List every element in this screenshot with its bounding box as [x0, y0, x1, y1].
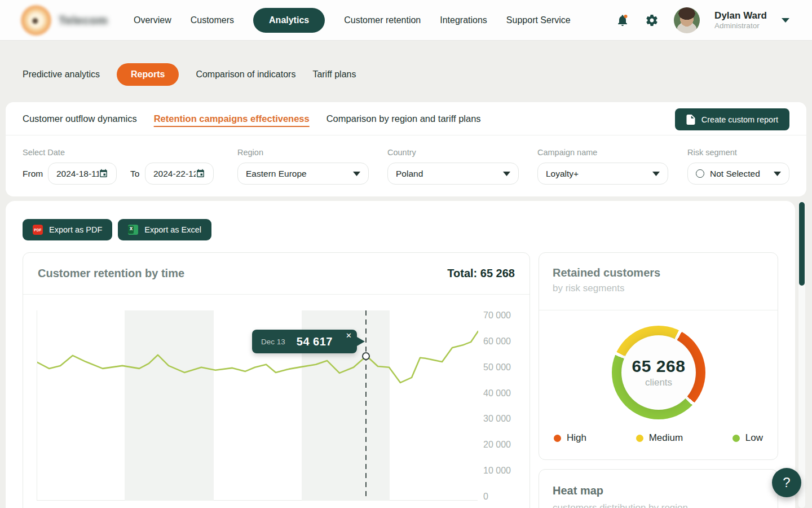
legend-label-high: High: [567, 432, 586, 444]
nav-item-customer-retention[interactable]: Customer retention: [344, 15, 421, 25]
report-tab-comparison-by-region[interactable]: Comparison by region and tariff plans: [326, 113, 481, 124]
tooltip-date: Dec 13: [261, 338, 285, 346]
y-tick-label: 40 000: [483, 388, 511, 398]
report-filter-card: Customer outflow dynamics Retention camp…: [6, 102, 806, 196]
export-excel-button[interactable]: Export as Excel: [118, 219, 211, 240]
dashboard-page: Telecom Overview Customers Analytics Cus…: [0, 0, 812, 508]
user-block: Dylan Ward Administrator: [714, 10, 767, 31]
calendar-icon: [196, 169, 205, 178]
region-select[interactable]: Eastern Europe: [237, 163, 369, 185]
y-tick-label: 20 000: [483, 440, 511, 450]
user-menu-chevron-down-icon[interactable]: [782, 18, 789, 23]
radio-circle-icon: [696, 169, 704, 178]
to-label: To: [130, 163, 139, 185]
select-date-label: Select Date: [23, 148, 65, 157]
nav-item-overview[interactable]: Overview: [134, 15, 171, 25]
legend-dot: [732, 435, 740, 442]
donut-center: 65 268 clients: [621, 335, 696, 410]
y-tick-label: 10 000: [483, 466, 511, 476]
risk-segment-select[interactable]: Not Selected: [687, 163, 789, 185]
date-to-input[interactable]: 2024-22-12: [145, 163, 214, 185]
help-button[interactable]: ?: [772, 468, 801, 497]
user-role: Administrator: [714, 21, 767, 31]
main-nav: Overview Customers Analytics Customer re…: [134, 0, 571, 41]
legend-item-medium: Medium: [636, 432, 683, 444]
heat-map-title: Heat map: [553, 484, 603, 497]
y-tick-label: 60 000: [483, 336, 511, 347]
legend-dot: [636, 435, 643, 442]
risk-legend: High Medium Low: [539, 432, 778, 444]
chart-marker[interactable]: [362, 352, 370, 360]
chart-cursor-line: [365, 310, 367, 500]
y-tick-label: 50 000: [483, 362, 511, 373]
report-tab-retention-campaigns-effectiveness[interactable]: Retention campaigns effectiveness: [154, 113, 310, 124]
export-row: PDF Export as PDF Export as Excel: [23, 219, 211, 240]
retained-customers-card: Retained customers by risk segments 65 2…: [539, 252, 778, 460]
chevron-down-icon: [503, 172, 510, 176]
nav-item-customers[interactable]: Customers: [191, 15, 234, 25]
nav-item-integrations[interactable]: Integrations: [440, 15, 487, 25]
heat-map-card: Heat map customers distribution by regio…: [539, 469, 778, 508]
legend-label-low: Low: [745, 432, 763, 444]
date-from-input[interactable]: 2024-18-11: [48, 163, 117, 185]
campaign-name-label: Campaign name: [537, 148, 597, 157]
tooltip-value: 54 617: [297, 335, 333, 348]
create-custom-report-button[interactable]: Create custom report: [675, 108, 789, 130]
create-custom-report-label: Create custom report: [701, 115, 778, 124]
legend-label-medium: Medium: [649, 432, 683, 444]
report-tab-customer-outflow-dynamics[interactable]: Customer outflow dynamics: [23, 113, 137, 124]
campaign-name-value: Loyalty+: [546, 169, 647, 179]
retained-title: Retained customers: [553, 266, 660, 279]
excel-icon: [128, 225, 138, 235]
chart-header: Customer retention by time Total: 65 268: [23, 253, 529, 295]
top-header: Telecom Overview Customers Analytics Cus…: [0, 0, 812, 41]
campaign-name-select[interactable]: Loyalty+: [537, 163, 668, 185]
export-excel-label: Export as Excel: [144, 225, 201, 234]
country-select[interactable]: Poland: [387, 163, 519, 185]
chevron-down-icon: [774, 172, 781, 176]
y-tick-label: 0: [483, 492, 488, 502]
date-from-value: 2024-18-11: [56, 169, 99, 179]
export-pdf-button[interactable]: PDF Export as PDF: [23, 219, 112, 240]
analytics-tabs: Predictive analytics Reports Comparison …: [23, 63, 356, 86]
chart-band: [125, 310, 214, 501]
header-right: Dylan Ward Administrator: [615, 0, 789, 41]
nav-item-analytics[interactable]: Analytics: [253, 8, 325, 33]
divider: [539, 310, 778, 310]
settings-gear-icon[interactable]: [645, 13, 659, 28]
pdf-icon: PDF: [33, 225, 43, 235]
tab-comparison-of-indicators[interactable]: Comparison of indicators: [196, 69, 295, 80]
tab-predictive-analytics[interactable]: Predictive analytics: [23, 69, 100, 80]
chevron-down-icon: [353, 172, 360, 176]
tab-reports[interactable]: Reports: [117, 63, 179, 86]
notifications-bell-icon[interactable]: [615, 13, 630, 28]
user-name: Dylan Ward: [714, 10, 767, 21]
legend-dot: [554, 435, 561, 442]
user-avatar[interactable]: [674, 7, 700, 33]
legend-item-low: Low: [732, 432, 763, 444]
risk-segment-label: Risk segment: [687, 148, 737, 157]
tab-tariff-plans[interactable]: Tariff plans: [312, 69, 356, 80]
heat-map-subtitle: customers distribution by region: [553, 502, 688, 508]
tooltip-close-icon[interactable]: ✕: [346, 331, 352, 340]
chart-title: Customer retention by time: [38, 267, 184, 280]
risk-segment-value: Not Selected: [710, 169, 768, 179]
scrollbar-thumb[interactable]: [799, 202, 805, 286]
chart-tooltip: Dec 13 54 617 ✕: [252, 330, 357, 353]
donut-total-value: 65 268: [632, 357, 686, 376]
donut-caption: clients: [645, 377, 672, 388]
date-to-value: 2024-22-12: [153, 169, 196, 179]
y-axis: 70 00060 00050 00040 00030 00020 00010 0…: [483, 253, 528, 508]
legend-item-high: High: [554, 432, 586, 444]
brand-name: Telecom: [59, 14, 108, 27]
from-label: From: [23, 163, 43, 185]
region-label: Region: [237, 148, 263, 157]
retention-by-time-card: Customer retention by time Total: 65 268…: [23, 252, 530, 508]
document-icon: [686, 115, 695, 125]
chevron-down-icon: [652, 172, 660, 176]
y-tick-label: 30 000: [483, 414, 511, 424]
country-value: Poland: [396, 169, 497, 179]
retained-subtitle: by risk segments: [553, 283, 625, 294]
export-pdf-label: Export as PDF: [49, 225, 102, 234]
nav-item-support-service[interactable]: Support Service: [506, 15, 571, 25]
